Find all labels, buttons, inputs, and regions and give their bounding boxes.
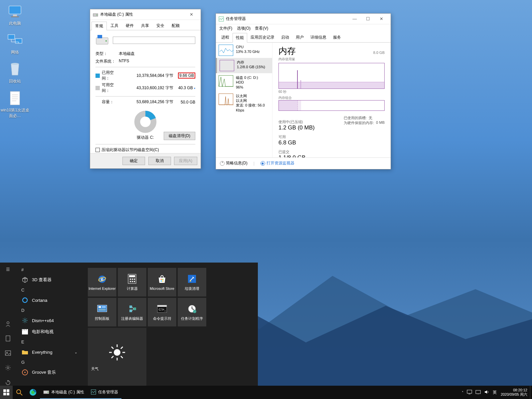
svg-rect-3 xyxy=(8,35,15,39)
tile-reg[interactable]: 注册表编辑器 xyxy=(118,298,146,326)
tile-weather[interactable]: 天气 xyxy=(88,328,146,386)
titlebar[interactable]: 任务管理器 — ☐ ✕ xyxy=(216,14,391,24)
svg-point-85 xyxy=(48,392,49,393)
close-button[interactable]: ✕ xyxy=(185,10,198,19)
desktop-icon-recycle-bin[interactable]: 回收站 xyxy=(0,61,30,84)
pictures-icon[interactable] xyxy=(5,350,11,356)
tab-performance[interactable]: 性能 xyxy=(233,33,247,43)
chevron-down-icon[interactable]: ▾ xyxy=(194,87,195,90)
tab-processes[interactable]: 进程 xyxy=(218,33,233,42)
desktop-icon-this-pc[interactable]: 此电脑 xyxy=(0,3,30,26)
taskbar-clock[interactable]: 08:20:12 2020/09/05 周六 xyxy=(498,388,530,396)
app-list-item[interactable]: Dism++x64 xyxy=(17,315,81,326)
desktop-icon-network[interactable]: 网络 xyxy=(0,32,30,55)
titlebar[interactable]: 本地磁盘 (C:) 属性 ✕ xyxy=(90,9,201,20)
disc-icon xyxy=(21,369,29,376)
search-button[interactable] xyxy=(13,386,26,399)
app-list-header[interactable]: D xyxy=(17,306,81,315)
taskbar-item-properties[interactable]: 本地磁盘 (C:) 属性 xyxy=(40,386,88,399)
sidebar-item-memory[interactable]: 内存1.2/8.0 GB (15%) xyxy=(216,58,272,73)
tab-sharing[interactable]: 共享 xyxy=(137,21,153,30)
tile-store[interactable]: Microsoft Store xyxy=(148,268,176,297)
tab-hardware[interactable]: 硬件 xyxy=(122,21,137,30)
usage-pie-chart xyxy=(134,110,157,133)
app-list-header[interactable]: C xyxy=(17,286,81,295)
ime-indicator[interactable]: 英 xyxy=(493,390,497,395)
tile-calc[interactable]: 计算器 xyxy=(118,268,146,297)
svg-line-59 xyxy=(132,309,133,311)
disk-cleanup-button[interactable]: 磁盘清理(D) xyxy=(164,132,195,140)
taskbar-item-task-manager[interactable]: 任务管理器 xyxy=(88,386,121,399)
tile-cmd[interactable]: C:\>_命令提示符 xyxy=(148,298,176,326)
compress-checkbox[interactable]: 压缩此驱动器以节约磁盘空间(C) xyxy=(95,147,195,153)
svg-rect-57 xyxy=(133,307,136,310)
svg-point-5 xyxy=(11,63,19,65)
resource-monitor-link[interactable]: ◉打开资源监视器 xyxy=(261,160,294,166)
tile-panel[interactable]: 控制面板 xyxy=(88,298,116,326)
menu-options[interactable]: 选项(O) xyxy=(237,26,251,31)
svg-rect-89 xyxy=(476,390,480,394)
app-list-item[interactable]: Everything⌄ xyxy=(17,346,81,358)
svg-line-58 xyxy=(132,307,133,309)
menu-file[interactable]: 文件(F) xyxy=(219,26,232,31)
tab-services[interactable]: 服务 xyxy=(330,33,344,42)
minimize-button[interactable]: — xyxy=(348,14,361,24)
power-icon[interactable] xyxy=(5,379,11,386)
desktop-icon-textfile[interactable]: win10第1次进桌面必… xyxy=(0,90,30,119)
app-list-header[interactable]: E xyxy=(17,337,81,346)
chevron-up-icon: ˄ xyxy=(220,161,225,166)
show-desktop-button[interactable] xyxy=(530,386,532,399)
app-list-header[interactable]: # xyxy=(17,265,81,274)
settings-icon[interactable] xyxy=(5,364,11,371)
start-button[interactable] xyxy=(0,386,13,399)
user-icon[interactable] xyxy=(5,320,11,327)
sidebar-item-disk[interactable]: 磁盘 0 (C: D:)HDD96% xyxy=(216,73,272,92)
svg-rect-87 xyxy=(467,390,472,393)
tab-quota[interactable]: 配额 xyxy=(168,21,183,30)
tab-startup[interactable]: 启动 xyxy=(278,33,292,42)
tile-ie[interactable]: eInternet Explorer xyxy=(88,268,116,297)
drive-large-icon xyxy=(95,34,109,46)
tab-users[interactable]: 用户 xyxy=(292,33,307,42)
tab-general[interactable]: 常规 xyxy=(91,22,107,30)
app-list-header[interactable]: G xyxy=(17,358,81,367)
svg-rect-14 xyxy=(97,35,102,38)
tray-chevron-up-icon[interactable]: ˄ xyxy=(462,391,463,394)
tray-monitor-icon[interactable] xyxy=(467,390,472,395)
sidebar-item-ethernet[interactable]: 以太网以太网发送: 0 接收: 56.0 Kbps xyxy=(216,92,272,114)
page-title: 内存 xyxy=(278,45,296,57)
app-list-item[interactable]: Groove 音乐 xyxy=(17,367,81,378)
apply-button[interactable]: 应用(A) xyxy=(174,157,197,165)
sidebar-item-cpu[interactable]: CPU13% 3.70 GHz xyxy=(216,43,272,58)
tab-security[interactable]: 安全 xyxy=(153,21,168,30)
tile-broom[interactable]: 垃圾清理 xyxy=(178,268,206,297)
svg-rect-77 xyxy=(7,389,9,392)
app-list-item[interactable]: Cortana xyxy=(17,295,81,306)
ok-button[interactable]: 确定 xyxy=(122,157,145,165)
fewer-details-button[interactable]: ˄简略信息(D) xyxy=(220,160,248,166)
tray-volume-icon[interactable] xyxy=(484,390,489,395)
cmd-icon: C:\>_ xyxy=(157,303,167,314)
app-list-item[interactable]: 3D 查看器 xyxy=(17,274,81,286)
svg-rect-1 xyxy=(13,15,17,16)
documents-icon[interactable] xyxy=(5,335,11,342)
svg-line-81 xyxy=(20,393,22,395)
app-list-item[interactable]: 电影和电视 xyxy=(17,326,81,337)
tray-network-icon[interactable] xyxy=(475,390,481,395)
tab-app-history[interactable]: 应用历史记录 xyxy=(247,33,278,42)
edge-button[interactable] xyxy=(26,386,40,399)
menu-view[interactable]: 查看(V) xyxy=(255,26,268,31)
cancel-button[interactable]: 取消 xyxy=(148,157,171,165)
tab-details[interactable]: 详细信息 xyxy=(307,33,330,42)
tile-sched[interactable]: 任务计划程序 xyxy=(178,298,206,326)
ethernet-thumb-icon xyxy=(219,94,233,105)
start-app-list[interactable]: #3D 查看器CCortanaDDism++x64电影和电视EEverythin… xyxy=(16,263,83,386)
type-label: 类型： xyxy=(95,51,119,57)
close-button[interactable]: ✕ xyxy=(375,14,388,24)
drive-name-input[interactable] xyxy=(113,37,195,44)
maximize-button[interactable]: ☐ xyxy=(361,14,375,24)
menu-icon[interactable]: ☰ xyxy=(5,266,11,273)
calc-icon xyxy=(127,274,137,284)
tab-tools[interactable]: 工具 xyxy=(107,21,122,30)
svg-rect-61 xyxy=(157,305,167,307)
